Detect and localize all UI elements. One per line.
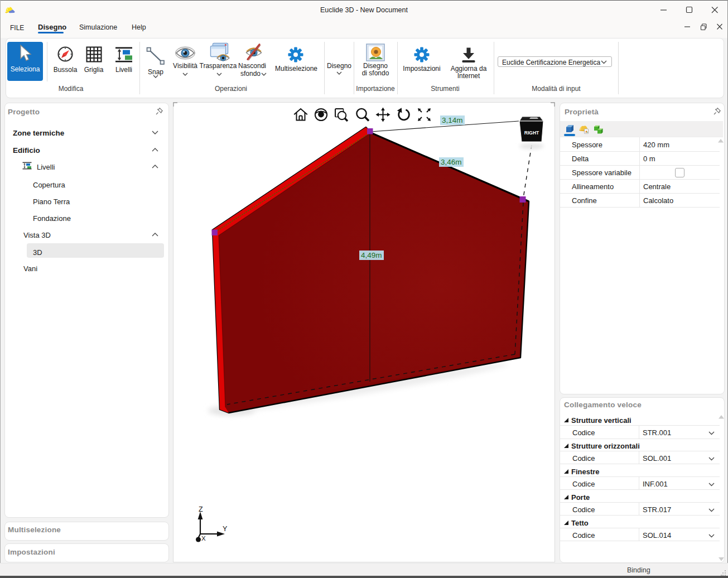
svg-text:RIGHT: RIGHT bbox=[524, 130, 539, 136]
svg-text:Z: Z bbox=[199, 505, 203, 513]
svg-text:X: X bbox=[201, 535, 206, 542]
svg-text:Y: Y bbox=[223, 525, 228, 533]
